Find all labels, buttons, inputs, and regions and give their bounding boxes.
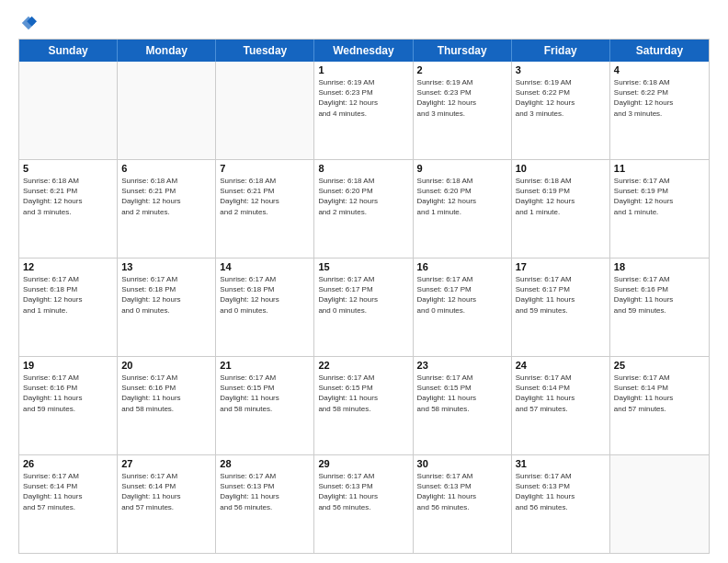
day-number: 22 bbox=[318, 360, 408, 371]
day-number: 23 bbox=[417, 360, 507, 371]
day-info: Sunrise: 6:17 AM Sunset: 6:13 PM Dayligh… bbox=[220, 471, 310, 512]
calendar-cell: 21Sunrise: 6:17 AM Sunset: 6:15 PM Dayli… bbox=[216, 357, 314, 454]
calendar-cell bbox=[610, 455, 709, 553]
calendar-cell: 13Sunrise: 6:17 AM Sunset: 6:18 PM Dayli… bbox=[118, 259, 216, 356]
day-info: Sunrise: 6:18 AM Sunset: 6:22 PM Dayligh… bbox=[614, 77, 705, 119]
day-info: Sunrise: 6:18 AM Sunset: 6:19 PM Dayligh… bbox=[516, 176, 606, 217]
day-number: 31 bbox=[516, 458, 606, 469]
calendar-cell: 10Sunrise: 6:18 AM Sunset: 6:19 PM Dayli… bbox=[512, 160, 610, 258]
day-info: Sunrise: 6:17 AM Sunset: 6:18 PM Dayligh… bbox=[23, 274, 113, 316]
day-number: 17 bbox=[516, 261, 606, 272]
day-number: 28 bbox=[220, 458, 310, 469]
day-info: Sunrise: 6:17 AM Sunset: 6:15 PM Dayligh… bbox=[220, 373, 310, 414]
day-info: Sunrise: 6:17 AM Sunset: 6:17 PM Dayligh… bbox=[516, 274, 606, 316]
day-number: 4 bbox=[614, 64, 705, 75]
day-info: Sunrise: 6:18 AM Sunset: 6:21 PM Dayligh… bbox=[220, 176, 310, 217]
calendar-cell: 4Sunrise: 6:18 AM Sunset: 6:22 PM Daylig… bbox=[610, 62, 709, 159]
calendar-header: SundayMondayTuesdayWednesdayThursdayFrid… bbox=[19, 40, 709, 62]
weekday-header-saturday: Saturday bbox=[610, 40, 709, 62]
calendar-cell: 29Sunrise: 6:17 AM Sunset: 6:13 PM Dayli… bbox=[314, 455, 413, 553]
day-info: Sunrise: 6:17 AM Sunset: 6:19 PM Dayligh… bbox=[614, 176, 705, 217]
day-number: 20 bbox=[121, 360, 211, 371]
calendar-cell: 12Sunrise: 6:17 AM Sunset: 6:18 PM Dayli… bbox=[19, 259, 118, 356]
day-number: 5 bbox=[23, 163, 113, 174]
day-number: 10 bbox=[516, 163, 606, 174]
calendar-cell: 2Sunrise: 6:19 AM Sunset: 6:23 PM Daylig… bbox=[414, 62, 512, 159]
day-info: Sunrise: 6:17 AM Sunset: 6:16 PM Dayligh… bbox=[121, 373, 211, 414]
calendar-cell: 26Sunrise: 6:17 AM Sunset: 6:14 PM Dayli… bbox=[19, 455, 118, 553]
day-info: Sunrise: 6:17 AM Sunset: 6:18 PM Dayligh… bbox=[220, 274, 310, 316]
day-info: Sunrise: 6:18 AM Sunset: 6:21 PM Dayligh… bbox=[23, 176, 113, 217]
calendar-cell: 28Sunrise: 6:17 AM Sunset: 6:13 PM Dayli… bbox=[216, 455, 314, 553]
calendar-cell: 31Sunrise: 6:17 AM Sunset: 6:13 PM Dayli… bbox=[512, 455, 610, 553]
calendar-cell: 9Sunrise: 6:18 AM Sunset: 6:20 PM Daylig… bbox=[414, 160, 512, 258]
day-number: 30 bbox=[417, 458, 507, 469]
calendar-cell: 22Sunrise: 6:17 AM Sunset: 6:15 PM Dayli… bbox=[314, 357, 413, 454]
calendar-cell bbox=[216, 62, 314, 159]
calendar-row-4: 26Sunrise: 6:17 AM Sunset: 6:14 PM Dayli… bbox=[19, 454, 709, 553]
weekday-header-sunday: Sunday bbox=[19, 40, 118, 62]
day-number: 19 bbox=[23, 360, 113, 371]
calendar-cell: 6Sunrise: 6:18 AM Sunset: 6:21 PM Daylig… bbox=[118, 160, 216, 258]
day-info: Sunrise: 6:17 AM Sunset: 6:13 PM Dayligh… bbox=[516, 471, 606, 512]
day-number: 13 bbox=[121, 261, 211, 272]
day-info: Sunrise: 6:19 AM Sunset: 6:23 PM Dayligh… bbox=[417, 77, 507, 119]
weekday-header-monday: Monday bbox=[118, 40, 216, 62]
calendar-cell: 23Sunrise: 6:17 AM Sunset: 6:15 PM Dayli… bbox=[414, 357, 512, 454]
calendar-cell: 24Sunrise: 6:17 AM Sunset: 6:14 PM Dayli… bbox=[512, 357, 610, 454]
day-number: 25 bbox=[614, 360, 705, 371]
calendar-cell bbox=[19, 62, 118, 159]
day-info: Sunrise: 6:17 AM Sunset: 6:16 PM Dayligh… bbox=[614, 274, 705, 316]
calendar-row-3: 19Sunrise: 6:17 AM Sunset: 6:16 PM Dayli… bbox=[19, 356, 709, 454]
calendar-cell: 30Sunrise: 6:17 AM Sunset: 6:13 PM Dayli… bbox=[414, 455, 512, 553]
calendar-body: 1Sunrise: 6:19 AM Sunset: 6:23 PM Daylig… bbox=[19, 62, 709, 553]
calendar-row-0: 1Sunrise: 6:19 AM Sunset: 6:23 PM Daylig… bbox=[19, 62, 709, 159]
calendar-cell: 16Sunrise: 6:17 AM Sunset: 6:17 PM Dayli… bbox=[414, 259, 512, 356]
day-number: 16 bbox=[417, 261, 507, 272]
day-info: Sunrise: 6:18 AM Sunset: 6:20 PM Dayligh… bbox=[318, 176, 408, 217]
day-info: Sunrise: 6:17 AM Sunset: 6:14 PM Dayligh… bbox=[614, 373, 705, 414]
calendar-cell: 19Sunrise: 6:17 AM Sunset: 6:16 PM Dayli… bbox=[19, 357, 118, 454]
day-info: Sunrise: 6:17 AM Sunset: 6:18 PM Dayligh… bbox=[121, 274, 211, 316]
day-number: 2 bbox=[417, 64, 507, 75]
calendar-cell: 3Sunrise: 6:19 AM Sunset: 6:22 PM Daylig… bbox=[512, 62, 610, 159]
day-info: Sunrise: 6:17 AM Sunset: 6:15 PM Dayligh… bbox=[318, 373, 408, 414]
day-number: 21 bbox=[220, 360, 310, 371]
weekday-header-tuesday: Tuesday bbox=[216, 40, 314, 62]
day-info: Sunrise: 6:17 AM Sunset: 6:17 PM Dayligh… bbox=[318, 274, 408, 316]
day-info: Sunrise: 6:17 AM Sunset: 6:16 PM Dayligh… bbox=[23, 373, 113, 414]
day-number: 8 bbox=[318, 163, 408, 174]
day-number: 11 bbox=[614, 163, 705, 174]
logo bbox=[18, 15, 37, 31]
page: SundayMondayTuesdayWednesdayThursdayFrid… bbox=[0, 0, 728, 563]
day-number: 18 bbox=[614, 261, 705, 272]
calendar-row-1: 5Sunrise: 6:18 AM Sunset: 6:21 PM Daylig… bbox=[19, 159, 709, 258]
day-number: 29 bbox=[318, 458, 408, 469]
day-number: 26 bbox=[23, 458, 113, 469]
day-info: Sunrise: 6:17 AM Sunset: 6:17 PM Dayligh… bbox=[417, 274, 507, 316]
day-info: Sunrise: 6:18 AM Sunset: 6:21 PM Dayligh… bbox=[121, 176, 211, 217]
day-number: 15 bbox=[318, 261, 408, 272]
logo-icon bbox=[20, 15, 37, 31]
calendar: SundayMondayTuesdayWednesdayThursdayFrid… bbox=[18, 39, 710, 554]
calendar-cell: 1Sunrise: 6:19 AM Sunset: 6:23 PM Daylig… bbox=[314, 62, 413, 159]
day-info: Sunrise: 6:17 AM Sunset: 6:13 PM Dayligh… bbox=[417, 471, 507, 512]
calendar-cell: 7Sunrise: 6:18 AM Sunset: 6:21 PM Daylig… bbox=[216, 160, 314, 258]
day-number: 14 bbox=[220, 261, 310, 272]
day-info: Sunrise: 6:17 AM Sunset: 6:14 PM Dayligh… bbox=[23, 471, 113, 512]
calendar-cell: 20Sunrise: 6:17 AM Sunset: 6:16 PM Dayli… bbox=[118, 357, 216, 454]
calendar-cell: 15Sunrise: 6:17 AM Sunset: 6:17 PM Dayli… bbox=[314, 259, 413, 356]
weekday-header-thursday: Thursday bbox=[414, 40, 512, 62]
calendar-cell: 14Sunrise: 6:17 AM Sunset: 6:18 PM Dayli… bbox=[216, 259, 314, 356]
calendar-cell: 18Sunrise: 6:17 AM Sunset: 6:16 PM Dayli… bbox=[610, 259, 709, 356]
day-number: 7 bbox=[220, 163, 310, 174]
day-number: 24 bbox=[516, 360, 606, 371]
day-info: Sunrise: 6:19 AM Sunset: 6:22 PM Dayligh… bbox=[516, 77, 606, 119]
calendar-cell: 27Sunrise: 6:17 AM Sunset: 6:14 PM Dayli… bbox=[118, 455, 216, 553]
day-info: Sunrise: 6:17 AM Sunset: 6:15 PM Dayligh… bbox=[417, 373, 507, 414]
day-number: 27 bbox=[121, 458, 211, 469]
calendar-cell: 5Sunrise: 6:18 AM Sunset: 6:21 PM Daylig… bbox=[19, 160, 118, 258]
day-number: 9 bbox=[417, 163, 507, 174]
calendar-cell: 11Sunrise: 6:17 AM Sunset: 6:19 PM Dayli… bbox=[610, 160, 709, 258]
calendar-cell: 17Sunrise: 6:17 AM Sunset: 6:17 PM Dayli… bbox=[512, 259, 610, 356]
